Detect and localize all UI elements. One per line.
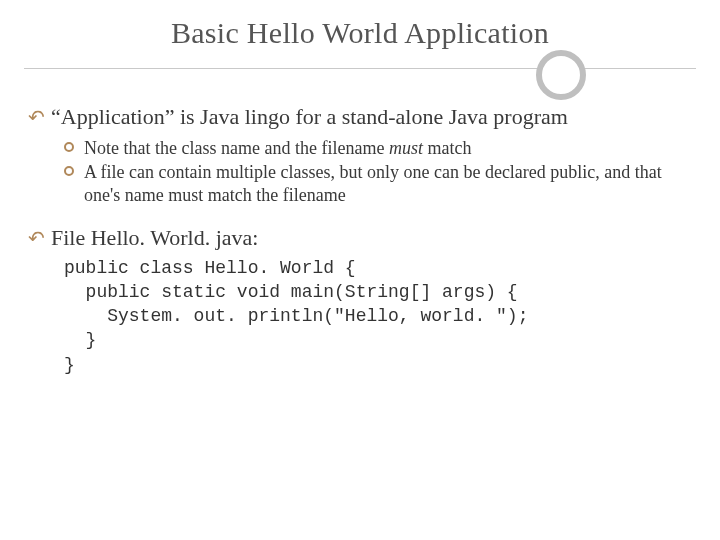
bullet-text: “Application” is Java lingo for a stand-…: [51, 103, 568, 131]
bullet-level1: ↶ File Hello. World. java:: [28, 224, 692, 252]
code-block: public class Hello. World { public stati…: [64, 256, 692, 377]
sub-bullet-text: Note that the class name and the filenam…: [84, 137, 471, 160]
circle-ornament-icon: [536, 50, 586, 100]
title-area: Basic Hello World Application: [24, 16, 696, 69]
sub-bullet-text: A file can contain multiple classes, but…: [84, 161, 692, 206]
text-fragment: match: [423, 138, 471, 158]
slide: Basic Hello World Application ↶ “Applica…: [0, 0, 720, 540]
swirl-bullet-icon: ↶: [28, 105, 45, 130]
divider-line: [24, 68, 696, 69]
text-emphasis: must: [389, 138, 423, 158]
bullet-level2: A file can contain multiple classes, but…: [64, 161, 692, 206]
bullet-level2: Note that the class name and the filenam…: [64, 137, 692, 160]
content-area: ↶ “Application” is Java lingo for a stan…: [24, 103, 696, 377]
bullet-level1: ↶ “Application” is Java lingo for a stan…: [28, 103, 692, 131]
swirl-bullet-icon: ↶: [28, 226, 45, 251]
text-fragment: Note that the class name and the filenam…: [84, 138, 389, 158]
hollow-circle-icon: [64, 166, 74, 176]
sub-bullet-group: Note that the class name and the filenam…: [64, 137, 692, 207]
hollow-circle-icon: [64, 142, 74, 152]
bullet-text: File Hello. World. java:: [51, 224, 258, 252]
slide-title: Basic Hello World Application: [24, 16, 696, 50]
